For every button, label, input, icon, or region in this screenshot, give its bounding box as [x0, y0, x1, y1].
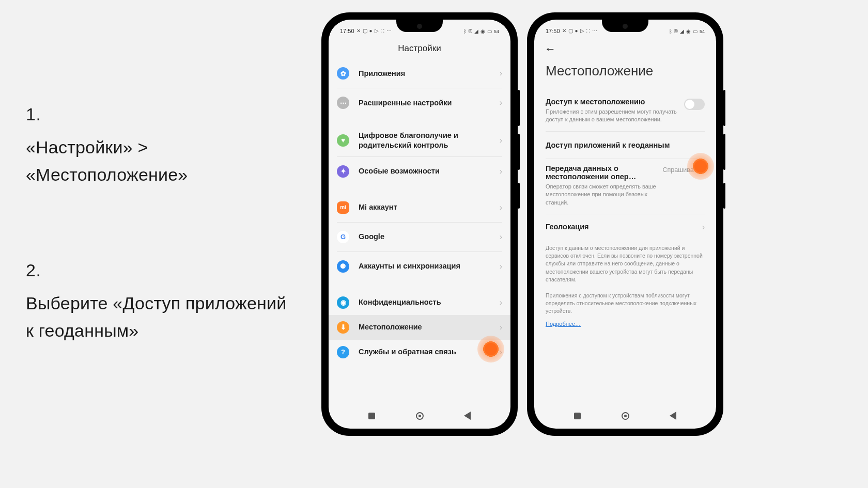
chevron-right-icon: ›	[500, 323, 502, 332]
accessibility-icon: ✦	[337, 165, 349, 178]
geolocation-label: Геолокация	[546, 223, 697, 231]
row-apps[interactable]: ✿ Приложения ›	[337, 61, 502, 86]
home-button[interactable]	[415, 411, 424, 420]
location-access-toggle[interactable]	[684, 99, 705, 110]
chevron-right-icon: ›	[500, 136, 502, 145]
chevron-right-icon: ›	[500, 298, 502, 307]
location-page-title: Местоположение	[534, 58, 716, 92]
block-carrier-location[interactable]: Передача данных о местоположении опер… О…	[546, 159, 705, 214]
row-mi-label: Mi аккаунт	[359, 202, 500, 212]
status-time: 17:50	[546, 28, 560, 34]
recents-button[interactable]	[367, 411, 377, 420]
play-icon: ▷	[375, 28, 379, 34]
step-1-number: 1.	[26, 104, 295, 124]
eye-icon: ◉	[337, 296, 349, 309]
roaming-icon: ®	[469, 29, 472, 34]
step-2: 2. Выберите «Доступ приложений к геоданн…	[26, 260, 295, 344]
row-apps-label: Приложения	[359, 69, 500, 78]
block-app-access[interactable]: Доступ приложений к геоданным	[546, 131, 705, 159]
step-2-number: 2.	[26, 260, 295, 280]
block-geolocation[interactable]: Геолокация ›	[546, 214, 705, 240]
settings-list[interactable]: ✿ Приложения › ⋯ Расширенные настройки ›…	[329, 61, 510, 365]
row-wellbeing[interactable]: ♥ Цифровое благополучие и родительский к…	[337, 127, 502, 154]
chevron-right-icon: ›	[702, 165, 705, 175]
row-location[interactable]: ⬇ Местоположение ›	[329, 315, 510, 340]
android-nav-bar	[329, 403, 510, 429]
row-privacy[interactable]: ◉ Конфиденциальность ›	[337, 290, 502, 315]
more-icon: ⋯	[386, 28, 392, 34]
nfc-icon: ▢	[568, 28, 573, 34]
android-nav-bar	[534, 403, 716, 429]
question-icon: ?	[337, 346, 349, 358]
signal-icon: ◢	[474, 29, 478, 34]
location-access-sub: Приложения с этим разрешением могут полу…	[546, 108, 679, 124]
row-location-label: Местоположение	[359, 322, 500, 332]
instruction-panel: 1. «Настройки» > «Местоположение» 2. Выб…	[26, 104, 295, 417]
mute-icon: ✕	[357, 28, 361, 34]
row-accessibility-label: Особые возможности	[359, 166, 500, 176]
battery-icon: ▭	[693, 29, 698, 34]
person-icon: ⚈	[337, 260, 349, 273]
row-accessibility[interactable]: ✦ Особые возможности ›	[337, 159, 502, 184]
row-accounts-label: Аккаунты и синхронизация	[359, 261, 500, 271]
more-icon: ⋯	[592, 28, 597, 34]
phone-mockup-1: 17:50 ✕ ▢ ● ▷ ⸬ ⋯ ᛒ ® ◢ ◉ ▭ 54 Настройки…	[321, 12, 518, 436]
apps-icon: ⸬	[586, 28, 590, 34]
chevron-right-icon: ›	[500, 203, 502, 212]
row-feedback[interactable]: ? Службы и обратная связь ›	[337, 340, 502, 365]
family-icon: ♥	[337, 134, 349, 147]
apps-icon: ⸬	[381, 28, 384, 34]
dot-icon: ●	[369, 28, 373, 34]
back-button[interactable]	[463, 411, 472, 420]
row-advanced-label: Расширенные настройки	[359, 98, 500, 108]
back-arrow-button[interactable]: ←	[534, 35, 716, 58]
info-paragraph-2: Приложения с доступом к устройствам побл…	[546, 288, 705, 320]
learn-more-link[interactable]: Подробнее…	[546, 321, 581, 327]
bluetooth-icon: ᛒ	[463, 29, 467, 34]
chevron-right-icon: ›	[500, 232, 502, 242]
carrier-value-text: Спрашивать	[663, 166, 700, 174]
carrier-value: Спрашивать ›	[663, 164, 705, 175]
carrier-sub: Оператор связи сможет определять ваше ме…	[546, 183, 658, 207]
home-button[interactable]	[621, 411, 630, 420]
phone-1-screen: 17:50 ✕ ▢ ● ▷ ⸬ ⋯ ᛒ ® ◢ ◉ ▭ 54 Настройки…	[329, 20, 510, 429]
back-button[interactable]	[669, 411, 678, 420]
gear-icon: ✿	[337, 67, 349, 80]
carrier-title: Передача данных о местоположении опер…	[546, 164, 658, 181]
wifi-icon: ◉	[686, 29, 691, 34]
phone-mockup-2: 17:50 ✕ ▢ ● ▷ ⸬ ⋯ ᛒ ® ◢ ◉ ▭ 54 ← Местопо…	[527, 12, 723, 436]
step-1-text: «Настройки» > «Местоположение»	[26, 134, 295, 188]
bluetooth-icon: ᛒ	[669, 29, 672, 34]
dot-icon: ●	[575, 28, 578, 34]
mute-icon: ✕	[562, 28, 566, 34]
dots-icon: ⋯	[337, 97, 349, 109]
row-advanced[interactable]: ⋯ Расширенные настройки ›	[337, 90, 502, 115]
row-google-label: Google	[359, 232, 500, 242]
phone-notch	[396, 20, 443, 32]
row-accounts-sync[interactable]: ⚈ Аккаунты и синхронизация ›	[337, 254, 502, 279]
status-time: 17:50	[340, 28, 354, 34]
block-location-access: Доступ к местоположению Приложения с эти…	[546, 92, 705, 131]
signal-icon: ◢	[680, 29, 684, 34]
location-pin-icon: ⬇	[337, 321, 349, 334]
row-google[interactable]: G Google ›	[337, 225, 502, 249]
app-location-access-label: Доступ приложений к геоданным	[546, 141, 670, 149]
recents-button[interactable]	[573, 411, 582, 420]
wifi-icon: ◉	[481, 29, 485, 34]
settings-header-title: Настройки	[329, 35, 510, 61]
row-feedback-label: Службы и обратная связь	[359, 347, 500, 357]
battery-value: 54	[494, 29, 499, 34]
chevron-right-icon: ›	[500, 262, 502, 271]
nfc-icon: ▢	[363, 28, 367, 34]
row-privacy-label: Конфиденциальность	[359, 297, 500, 307]
mi-logo-icon: mi	[337, 201, 349, 214]
chevron-right-icon: ›	[702, 223, 705, 232]
roaming-icon: ®	[674, 29, 678, 34]
info-paragraph-1: Доступ к данным о местоположении для при…	[546, 240, 705, 288]
play-icon: ▷	[580, 28, 584, 34]
chevron-right-icon: ›	[500, 69, 502, 78]
row-mi-account[interactable]: mi Mi аккаунт ›	[337, 195, 502, 220]
google-logo-icon: G	[337, 231, 349, 243]
step-1: 1. «Настройки» > «Местоположение»	[26, 104, 295, 188]
chevron-right-icon: ›	[500, 98, 502, 107]
